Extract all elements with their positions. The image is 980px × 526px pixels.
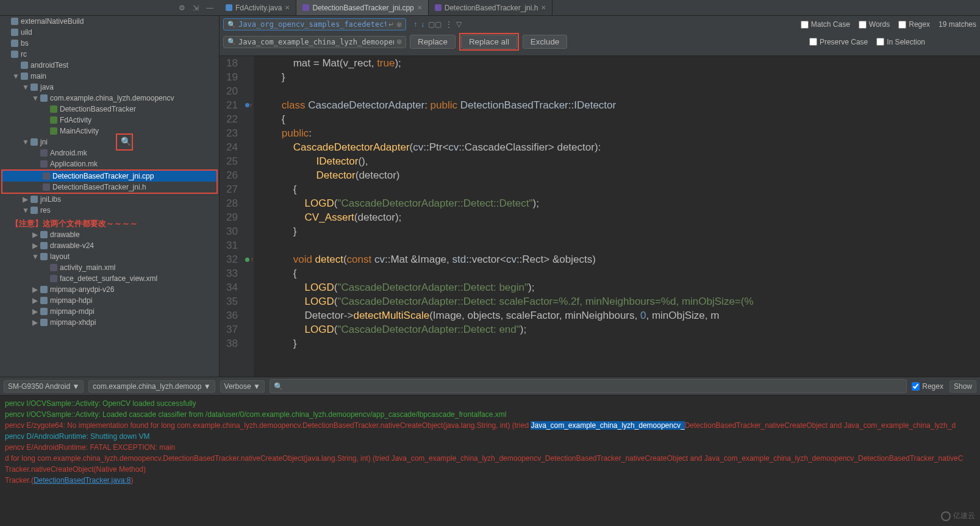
preserve-case-check[interactable]: Preserve Case	[809, 38, 868, 46]
replace-input[interactable]	[238, 38, 394, 46]
tree-item[interactable]: ▼com.example.china_lyzh.demoopencv	[0, 93, 219, 104]
tree-item[interactable]: bs	[0, 38, 219, 49]
tab-DetectionBasedTracker_jni.cpp[interactable]: DetectionBasedTracker_jni.cpp✕	[296, 0, 428, 15]
log-search-input[interactable]	[285, 382, 903, 391]
log-line: pencv E/AndroidRuntime: FATAL EXCEPTION:…	[5, 442, 975, 453]
folder-icon	[40, 319, 48, 326]
tree-item[interactable]: Android.mk	[0, 147, 219, 158]
h-icon	[435, 4, 442, 11]
enter-icon[interactable]: ↵	[388, 21, 394, 29]
replace-all-button[interactable]: Replace all	[461, 35, 517, 49]
tree-label: drawable	[50, 230, 80, 239]
folder-icon	[11, 29, 18, 36]
tree-label: face_detect_surface_view.xml	[60, 274, 157, 283]
tree-item[interactable]: ▶drawable-v24	[0, 240, 219, 251]
tree-item[interactable]: externalNativeBuild	[0, 16, 219, 27]
arrow-icon: ▼	[22, 206, 28, 215]
tree-item[interactable]: DetectionBasedTracker_jni.cpp	[2, 171, 216, 182]
tree-label: DetectionBasedTracker	[60, 105, 136, 113]
watermark: 亿速云	[941, 511, 975, 521]
log-show-select[interactable]: Show	[950, 380, 976, 393]
gear-icon[interactable]: ⚙	[179, 4, 185, 12]
tree-item[interactable]: ▶drawable	[0, 229, 219, 240]
tree-label: rc	[21, 50, 27, 59]
tree-item[interactable]: ▼main	[0, 71, 219, 82]
logcat-output[interactable]: pencv I/OCVSample::Activity: OpenCV load…	[0, 396, 980, 526]
tree-item[interactable]: ▼java	[0, 82, 219, 93]
tree-item[interactable]: DetectionBasedTracker_jni.h	[2, 182, 216, 193]
clear-icon[interactable]: ⊗	[396, 38, 402, 46]
tree-item[interactable]: DetectionBasedTracker	[0, 104, 219, 115]
replace-button[interactable]: Replace	[410, 35, 456, 49]
search-field[interactable]: 🔍 ↵ ⊗	[223, 18, 406, 30]
match-case-check[interactable]: Match Case	[801, 20, 850, 29]
log-regex-check[interactable]: Regex	[912, 382, 943, 391]
tree-item[interactable]: ▶mipmap-hdpi	[0, 295, 219, 306]
tree-item[interactable]: ▶jniLibs	[0, 194, 219, 205]
replace-field[interactable]: 🔍 ⊗	[223, 36, 406, 48]
annotation-note: 【注意】这两个文件都要改～～～～	[0, 218, 219, 229]
tree-label: mipmap-mdpi	[50, 307, 95, 316]
tree-item[interactable]: Application.mk	[0, 158, 219, 169]
matches-count: 19 matches	[939, 20, 976, 29]
next-match-icon[interactable]: ↓	[421, 20, 424, 29]
search-input[interactable]	[238, 20, 386, 29]
tree-item[interactable]: face_detect_surface_view.xml	[0, 273, 219, 284]
tree-item[interactable]: androidTest	[0, 60, 219, 71]
annotation-box-replace-all: Replace all	[459, 33, 519, 51]
tree-item[interactable]: MainActivity	[0, 126, 219, 137]
cloud-icon	[941, 511, 951, 521]
folder-icon	[30, 196, 38, 203]
device-select[interactable]: SM-G9350 Android ▼	[4, 380, 84, 393]
in-selection-check[interactable]: In Selection	[876, 38, 925, 46]
arrow-icon: ▶	[32, 318, 38, 327]
tree-label: uild	[21, 28, 32, 37]
clear-icon[interactable]: ⊗	[396, 21, 402, 29]
hide-icon[interactable]: —	[206, 4, 213, 12]
words-check[interactable]: Words	[859, 20, 890, 29]
tree-item[interactable]: ▼jni🔍	[0, 137, 219, 147]
tree-label: Android.mk	[50, 149, 87, 157]
tree-item[interactable]: ▼layout	[0, 251, 219, 262]
tree-label: java	[40, 83, 54, 91]
logcat-panel: SM-G9350 Android ▼ com.example.china_lyz…	[0, 377, 980, 526]
file-icon	[43, 183, 50, 191]
tree-label: Application.mk	[50, 160, 98, 168]
project-tree[interactable]: externalNativeBuilduildbsrcandroidTest▼m…	[0, 16, 220, 377]
tree-item[interactable]: uild	[0, 27, 219, 38]
tree-item[interactable]: FdActivity	[0, 115, 219, 126]
folder-icon	[21, 73, 28, 80]
tree-label: com.example.china_lyzh.demoopencv	[50, 94, 174, 102]
tree-item[interactable]: ▶mipmap-xhdpi	[0, 317, 219, 328]
exclude-button[interactable]: Exclude	[523, 35, 567, 49]
search-icon: 🔍	[227, 38, 236, 46]
cpp-icon	[302, 4, 309, 11]
folder-icon	[40, 297, 48, 304]
tab-DetectionBasedTracker_jni.h[interactable]: DetectionBasedTracker_jni.h✕	[429, 0, 553, 15]
filter-icon[interactable]: ▽	[456, 20, 462, 29]
multiline-icon[interactable]: ⋮	[445, 20, 452, 29]
arrow-icon: ▼	[12, 72, 18, 80]
prev-match-icon[interactable]: ↑	[413, 20, 417, 29]
tree-item[interactable]: ▶mipmap-mdpi	[0, 306, 219, 317]
tab-FdActivity.java[interactable]: FdActivity.java✕	[220, 0, 296, 15]
folder-icon	[40, 94, 48, 102]
select-all-icon[interactable]: ▢▢	[428, 20, 442, 29]
folder-icon	[21, 62, 28, 69]
tree-item[interactable]: activity_main.xml	[0, 262, 219, 273]
process-select[interactable]: com.example.china_lyzh.demoop ▼	[88, 380, 215, 393]
close-icon[interactable]: ✕	[285, 4, 290, 11]
log-search[interactable]: 🔍	[270, 379, 907, 393]
arrow-icon: ▼	[22, 83, 28, 91]
collapse-icon[interactable]: ⇲	[193, 4, 199, 12]
folder-icon	[30, 84, 38, 91]
code-editor[interactable]: 1819202122232425262728293031323334353637…	[220, 56, 980, 377]
close-icon[interactable]: ✕	[417, 4, 422, 11]
close-icon[interactable]: ✕	[541, 4, 546, 11]
regex-check[interactable]: Regex	[898, 20, 930, 29]
tree-item[interactable]: ▶mipmap-anydpi-v26	[0, 284, 219, 295]
tree-item[interactable]: ▼res	[0, 205, 219, 216]
tree-item[interactable]: rc	[0, 49, 219, 60]
level-select[interactable]: Verbose ▼	[220, 380, 265, 393]
tab-label: DetectionBasedTracker_jni.h	[445, 4, 538, 12]
